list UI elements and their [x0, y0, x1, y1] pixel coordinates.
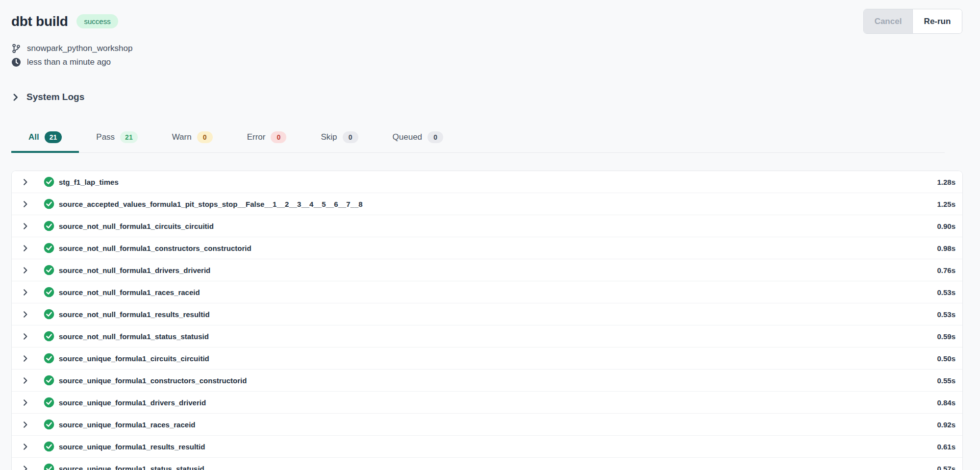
result-row[interactable]: source_not_null_formula1_races_raceid 0.… [12, 281, 962, 303]
tab-error[interactable]: Error 0 [230, 125, 304, 153]
tab-count-badge: 0 [427, 131, 443, 143]
result-duration: 0.59s [937, 332, 955, 341]
pass-check-icon [44, 309, 54, 320]
result-name: source_unique_formula1_status_statusid [59, 465, 204, 470]
result-row[interactable]: source_not_null_formula1_status_statusid… [12, 325, 962, 347]
result-row[interactable]: source_unique_formula1_status_statusid 0… [12, 458, 962, 470]
result-duration: 0.50s [937, 354, 955, 363]
result-name: source_not_null_formula1_status_statusid [59, 332, 209, 341]
result-duration: 1.25s [937, 200, 955, 208]
result-row[interactable]: source_not_null_formula1_constructors_co… [12, 237, 962, 259]
git-branch-icon [11, 44, 21, 53]
result-duration: 0.53s [937, 310, 955, 319]
result-name: source_not_null_formula1_results_resulti… [59, 310, 210, 319]
result-row[interactable]: source_unique_formula1_results_resultid … [12, 436, 962, 458]
cancel-button[interactable]: Cancel [864, 9, 913, 33]
pass-check-icon [44, 463, 54, 470]
tab-label: Queued [393, 132, 423, 142]
expand-chevron-icon[interactable] [22, 376, 29, 384]
result-row[interactable]: source_not_null_formula1_drivers_driveri… [12, 259, 962, 281]
expand-chevron-icon[interactable] [22, 288, 29, 296]
pass-check-icon [44, 198, 54, 209]
tab-count-badge: 0 [343, 131, 358, 143]
expand-chevron-icon[interactable] [22, 443, 29, 450]
pass-check-icon [44, 243, 54, 253]
result-duration: 0.76s [937, 266, 955, 274]
expand-chevron-icon[interactable] [22, 354, 29, 362]
result-row[interactable]: source_unique_formula1_drivers_driverid … [12, 392, 962, 414]
tab-pass[interactable]: Pass 21 [79, 125, 154, 153]
result-duration: 0.53s [937, 288, 955, 297]
result-row[interactable]: source_unique_formula1_circuits_circuiti… [12, 347, 962, 370]
result-name: source_unique_formula1_constructors_cons… [59, 376, 247, 385]
result-name: source_unique_formula1_drivers_driverid [59, 398, 206, 407]
expand-chevron-icon[interactable] [22, 465, 29, 470]
tab-skip[interactable]: Skip 0 [303, 125, 375, 153]
tab-label: Pass [96, 132, 115, 142]
expand-chevron-icon[interactable] [22, 222, 29, 230]
run-detail-page: dbt build success Cancel Re-run snowpark… [0, 0, 980, 470]
result-duration: 0.55s [937, 376, 955, 385]
result-row[interactable]: stg_f1_lap_times 1.28s [12, 171, 962, 193]
expand-chevron-icon[interactable] [22, 244, 29, 252]
expand-chevron-icon[interactable] [22, 421, 29, 428]
result-name: source_accepted_values_formula1_pit_stop… [59, 200, 363, 208]
tab-label: Error [247, 132, 266, 142]
pass-check-icon [44, 265, 54, 275]
result-duration: 0.61s [937, 443, 955, 451]
pass-check-icon [44, 221, 54, 231]
expand-chevron-icon[interactable] [22, 398, 29, 406]
result-row[interactable]: source_unique_formula1_constructors_cons… [12, 370, 962, 392]
time-row: less than a minute ago [11, 55, 962, 69]
result-name: source_not_null_formula1_circuits_circui… [59, 222, 214, 230]
run-header: dbt build success Cancel Re-run [11, 9, 962, 34]
expand-chevron-icon[interactable] [22, 200, 29, 208]
rerun-button[interactable]: Re-run [913, 9, 962, 33]
tab-count-badge: 0 [271, 131, 286, 143]
tab-warn[interactable]: Warn 0 [155, 125, 230, 153]
tab-all[interactable]: All 21 [11, 125, 79, 153]
system-logs-toggle[interactable]: System Logs [11, 92, 962, 102]
status-tabs: All 21 Pass 21 Warn 0 Error 0 Skip 0 Que… [11, 125, 945, 153]
result-name: source_not_null_formula1_drivers_driveri… [59, 266, 210, 274]
expand-chevron-icon[interactable] [22, 332, 29, 340]
pass-check-icon [44, 331, 54, 342]
result-duration: 1.28s [937, 178, 955, 186]
result-duration: 0.57s [937, 465, 955, 470]
pass-check-icon [44, 176, 54, 187]
expand-chevron-icon[interactable] [22, 310, 29, 318]
result-name: stg_f1_lap_times [59, 178, 119, 186]
expand-chevron-icon[interactable] [22, 266, 29, 274]
result-row[interactable]: source_unique_formula1_races_raceid 0.92… [12, 414, 962, 436]
page-title: dbt build [11, 14, 68, 29]
result-row[interactable]: source_accepted_values_formula1_pit_stop… [12, 193, 962, 215]
result-name: source_not_null_formula1_races_raceid [59, 288, 200, 297]
branch-name: snowpark_python_workshop [27, 44, 132, 53]
pass-check-icon [44, 397, 54, 408]
run-actions: Cancel Re-run [863, 9, 962, 34]
status-badge: success [76, 14, 118, 28]
result-name: source_unique_formula1_races_raceid [59, 421, 195, 429]
tab-label: Skip [321, 132, 337, 142]
result-row[interactable]: source_not_null_formula1_circuits_circui… [12, 215, 962, 237]
run-meta: snowpark_python_workshop less than a min… [11, 42, 962, 69]
clock-icon [11, 57, 21, 67]
pass-check-icon [44, 375, 54, 386]
pass-check-icon [44, 287, 54, 297]
tab-count-badge: 0 [197, 131, 213, 143]
expand-chevron-icon[interactable] [22, 178, 29, 186]
pass-check-icon [44, 419, 54, 430]
result-row[interactable]: source_not_null_formula1_results_resulti… [12, 303, 962, 325]
pass-check-icon [44, 353, 54, 364]
result-duration: 0.98s [937, 244, 955, 252]
tab-queued[interactable]: Queued 0 [376, 125, 461, 153]
result-name: source_unique_formula1_results_resultid [59, 443, 205, 451]
branch-row: snowpark_python_workshop [11, 42, 962, 55]
time-ago: less than a minute ago [27, 57, 111, 67]
result-duration: 0.84s [937, 398, 955, 407]
tab-label: Warn [172, 132, 192, 142]
system-logs-label: System Logs [26, 92, 84, 102]
tab-count-badge: 21 [45, 131, 62, 143]
result-duration: 0.92s [937, 421, 955, 429]
result-name: source_not_null_formula1_constructors_co… [59, 244, 251, 252]
